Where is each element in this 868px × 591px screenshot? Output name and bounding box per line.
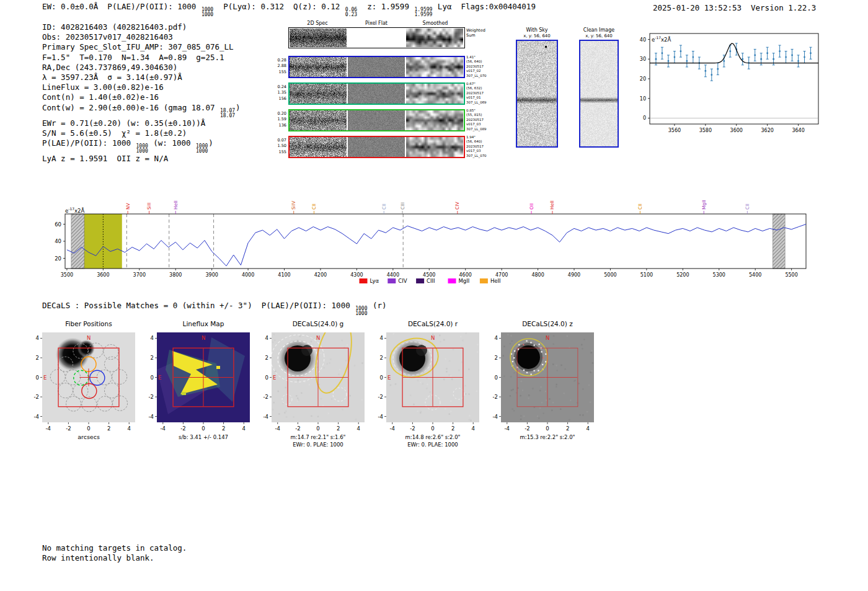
legend-swatch [480, 278, 488, 283]
chart-shape [216, 366, 220, 369]
chart-shape [513, 357, 515, 358]
cutout-caption: m:14.8 re:2.6" s:2.0" [405, 434, 460, 440]
cutout-caption: EWr: 0. PLAE: 1000 [407, 442, 458, 448]
chart-shape [541, 351, 542, 352]
row-right-value: v017_01 [466, 96, 487, 100]
emission-line-label: MgII [701, 200, 707, 210]
chart-shape [330, 358, 332, 360]
chart-shape [520, 395, 521, 396]
chart-shape [420, 411, 422, 412]
info-line: P(LAE)/P(OII): 1000 10001000 (w: 1000 10… [42, 138, 241, 154]
chart-shape [522, 389, 523, 391]
cutout-caption: m:15.3 re:2.2" s:2.0" [520, 434, 575, 440]
row-left-value: 155 [267, 149, 286, 155]
compass-east-label: E [158, 375, 161, 381]
chart-shape [540, 386, 541, 388]
chart-shape [390, 384, 392, 386]
chart-shape [574, 380, 575, 381]
chart-shape [299, 335, 301, 337]
row-right-value: 20230517 [466, 144, 487, 149]
chart-shape [182, 392, 186, 395]
chart-shape [590, 401, 591, 402]
cutout-y-tick-label: -4 [493, 414, 498, 420]
x-tick-label: 3600 [97, 272, 109, 278]
emission-line-label: SiII [146, 203, 152, 210]
data-point [717, 68, 719, 70]
chart-shape [465, 385, 467, 387]
cutout-y-tick-label: -2 [378, 394, 383, 400]
info-line: Cont(n) = 1.40(±0.02)e-16 [42, 92, 241, 102]
chart-shape [518, 349, 519, 350]
data-point [704, 70, 706, 72]
data-point [655, 58, 657, 60]
chart-shape [553, 335, 554, 337]
compass-north-label: N [546, 335, 549, 341]
row-right-value: (56, 640) [466, 140, 487, 144]
data-point [668, 60, 670, 62]
emission-line-label: CII [381, 203, 387, 210]
text-segment: EWr = 0.71(±0.20) (w: 0.35(±0.10))Å [42, 118, 205, 128]
data-point [754, 55, 756, 56]
compass-north-label: N [202, 335, 205, 341]
inset-y-tick-label: 20 [640, 76, 646, 82]
data-point [680, 50, 682, 52]
chart-shape [298, 380, 299, 381]
chart-shape [581, 344, 582, 345]
x-tick-label: 4700 [495, 272, 508, 278]
chart-shape [565, 368, 566, 370]
chart-shape [582, 388, 583, 389]
chart-shape [286, 416, 288, 418]
chart-shape [285, 387, 287, 389]
chart-shape [448, 374, 450, 376]
chart-shape [426, 388, 428, 389]
masked-region [71, 214, 84, 269]
chart-shape [468, 368, 470, 370]
x-tick-label: 4800 [531, 272, 544, 278]
chart-shape [449, 360, 451, 362]
stacked-fraction: 10001000 [196, 144, 208, 154]
cutout-x-tick-label: 4 [472, 425, 475, 432]
chart-shape [570, 399, 571, 401]
compass-east-label: E [273, 375, 276, 381]
cutout-y-tick-label: 2 [36, 355, 39, 361]
chart-shape [510, 395, 511, 396]
cutout-y-tick-label: 4 [265, 335, 268, 341]
chart-shape [347, 344, 348, 346]
spectrum-line [67, 224, 806, 266]
inset-x-tick-label: 3620 [761, 128, 773, 133]
chart-shape [569, 419, 570, 420]
spectrum-flux-units-label: e-17x2Å [65, 207, 84, 214]
spectrum-frame [65, 214, 806, 269]
cutout-title: DECaLS(24.0) r [408, 320, 458, 327]
chart-shape [327, 363, 329, 365]
row-right-value: 307_LL_070 [466, 154, 487, 158]
compass-east-label: E [43, 375, 46, 381]
chart-shape [342, 409, 343, 411]
full-spectrum-chart: 2040603500360037003800390040004100420043… [37, 180, 837, 298]
x-tick-label: 4000 [242, 272, 254, 278]
spec2d-row-right-labels: 0.67"(56, 632)20230517v017_01307_LL_069 [466, 82, 487, 105]
text-segment: S/N = 5.6(±0.5) χ² = 1.8(±0.2) [42, 128, 187, 138]
chart-shape [567, 335, 568, 337]
cutout-y-tick-label: -2 [34, 394, 39, 400]
chart-shape [520, 415, 521, 416]
chart-shape [530, 342, 531, 343]
cutout-caption: m:14.7 re:2.1" s:1.6" [290, 434, 345, 440]
chart-shape [526, 372, 528, 373]
chart-shape [273, 334, 275, 335]
row-right-value: 307_LL_089 [466, 127, 487, 131]
chart-shape [311, 415, 312, 417]
compass-east-label: E [388, 375, 391, 381]
chart-shape [538, 417, 539, 419]
cutout-y-tick-label: 4 [380, 335, 383, 341]
cutout-caption: s/b: 3.41 +/- 0.147 [179, 434, 228, 440]
cutout-x-tick-label: 4 [128, 425, 131, 432]
row-left-value: 156 [267, 96, 286, 102]
chart-shape [323, 367, 325, 369]
cutout-y-tick-label: 2 [495, 355, 498, 361]
chart-shape [460, 336, 462, 338]
legend-swatch [448, 278, 456, 283]
chart-shape [278, 413, 280, 415]
cutout-x-tick-label: -2 [295, 425, 300, 432]
cutout-y-tick-label: -4 [264, 414, 268, 420]
